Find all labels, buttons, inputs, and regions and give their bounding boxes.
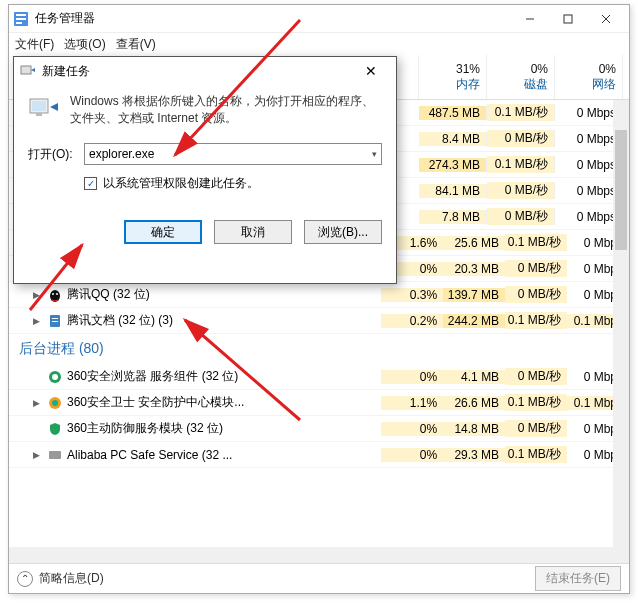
menubar: 文件(F) 选项(O) 查看(V): [9, 33, 629, 55]
process-name: 腾讯文档 (32 位) (3): [67, 312, 173, 329]
minimize-button[interactable]: [511, 7, 549, 31]
run-icon: [28, 93, 60, 125]
run-dialog: 新建任务 ✕ Windows 将根据你所键入的名称，为你打开相应的程序、文件夹、…: [13, 56, 397, 284]
svg-marker-27: [50, 103, 58, 111]
360browser-icon: [47, 369, 63, 385]
qq-icon: [47, 287, 63, 303]
expand-icon[interactable]: ▶: [33, 398, 43, 408]
run-app-icon: [20, 63, 36, 79]
section-background: 后台进程 (80): [9, 334, 629, 364]
svg-point-11: [50, 290, 60, 302]
chevron-up-icon: ⌃: [17, 571, 33, 587]
browse-button[interactable]: 浏览(B)...: [304, 220, 382, 244]
app-icon: [13, 11, 29, 27]
dialog-titlebar[interactable]: 新建任务 ✕: [14, 57, 396, 85]
open-value: explorer.exe: [89, 147, 372, 161]
expand-icon[interactable]: ▶: [33, 316, 43, 326]
titlebar[interactable]: 任务管理器: [9, 5, 629, 33]
table-row[interactable]: ▶ 腾讯文档 (32 位) (3) 0.2% 244.2 MB 0.1 MB/秒…: [9, 308, 629, 334]
horizontal-scrollbar[interactable]: [9, 547, 613, 563]
cancel-button[interactable]: 取消: [214, 220, 292, 244]
window-controls: [511, 7, 625, 31]
end-task-button[interactable]: 结束任务(E): [535, 566, 621, 591]
table-row[interactable]: ▶ Alibaba PC Safe Service (32 ... 0% 29.…: [9, 442, 629, 468]
svg-point-13: [56, 293, 58, 295]
status-bar: ⌃ 简略信息(D) 结束任务(E): [9, 563, 629, 593]
docs-icon: [47, 313, 63, 329]
column-disk[interactable]: 0% 磁盘: [487, 55, 555, 99]
svg-rect-26: [36, 113, 42, 116]
vertical-scrollbar[interactable]: [613, 100, 629, 563]
svg-rect-15: [52, 318, 58, 319]
svg-point-12: [52, 293, 54, 295]
process-name: 360主动防御服务模块 (32 位): [67, 420, 223, 437]
svg-rect-1: [16, 14, 26, 16]
process-name: 360安全浏览器 服务组件 (32 位): [67, 368, 238, 385]
table-row[interactable]: 360安全浏览器 服务组件 (32 位) 0% 4.1 MB 0 MB/秒 0 …: [9, 364, 629, 390]
menu-file[interactable]: 文件(F): [15, 36, 54, 53]
360safe-icon: [47, 395, 63, 411]
fewer-details-button[interactable]: ⌃ 简略信息(D): [17, 570, 104, 587]
svg-rect-25: [32, 101, 46, 111]
svg-rect-16: [52, 321, 58, 322]
ok-button[interactable]: 确定: [124, 220, 202, 244]
360defense-icon: [47, 421, 63, 437]
svg-rect-2: [16, 18, 26, 20]
table-row[interactable]: ▶ 360安全卫士 安全防护中心模块... 1.1% 26.6 MB 0.1 M…: [9, 390, 629, 416]
expand-icon[interactable]: ▶: [33, 290, 43, 300]
expand-icon[interactable]: ▶: [33, 450, 43, 460]
close-button[interactable]: [587, 7, 625, 31]
menu-options[interactable]: 选项(O): [64, 36, 105, 53]
column-memory[interactable]: 31% 内存: [419, 55, 487, 99]
dialog-description: Windows 将根据你所键入的名称，为你打开相应的程序、文件夹、文档或 Int…: [70, 93, 382, 127]
svg-rect-5: [564, 15, 572, 23]
process-name: 腾讯QQ (32 位): [67, 286, 150, 303]
admin-checkbox-label: 以系统管理权限创建此任务。: [103, 175, 259, 192]
admin-checkbox[interactable]: ✓: [84, 177, 97, 190]
maximize-button[interactable]: [549, 7, 587, 31]
open-combobox[interactable]: explorer.exe ▾: [84, 143, 382, 165]
alibaba-icon: [47, 447, 63, 463]
chevron-down-icon: ▾: [372, 149, 377, 159]
svg-point-20: [52, 400, 58, 406]
svg-rect-21: [49, 451, 61, 459]
svg-marker-23: [31, 68, 35, 72]
column-network[interactable]: 0% 网络: [555, 55, 623, 99]
process-name: 360安全卫士 安全防护中心模块...: [67, 394, 244, 411]
svg-point-18: [52, 374, 58, 380]
window-title: 任务管理器: [35, 10, 511, 27]
open-label: 打开(O):: [28, 146, 76, 163]
table-row[interactable]: 360主动防御服务模块 (32 位) 0% 14.8 MB 0 MB/秒 0 M…: [9, 416, 629, 442]
menu-view[interactable]: 查看(V): [116, 36, 156, 53]
dialog-close-button[interactable]: ✕: [360, 63, 390, 79]
table-row[interactable]: ▶ 腾讯QQ (32 位) 0.3% 139.7 MB 0 MB/秒 0 Mbp…: [9, 282, 629, 308]
dialog-title: 新建任务: [42, 63, 360, 80]
process-name: Alibaba PC Safe Service (32 ...: [67, 448, 232, 462]
svg-rect-22: [21, 66, 31, 74]
svg-rect-3: [16, 22, 22, 24]
